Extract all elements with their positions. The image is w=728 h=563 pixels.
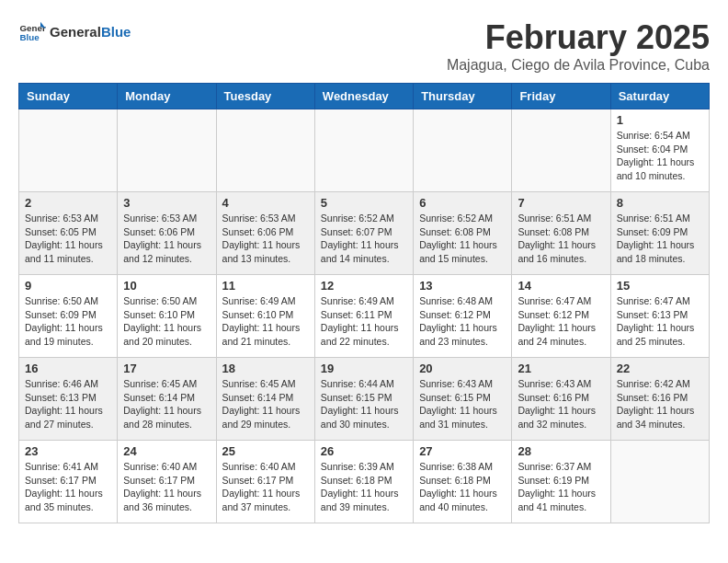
day-info: Sunrise: 6:47 AM Sunset: 6:13 PM Dayligh… bbox=[617, 294, 703, 349]
day-info: Sunrise: 6:53 AM Sunset: 6:05 PM Dayligh… bbox=[25, 212, 111, 266]
day-number: 9 bbox=[25, 279, 111, 293]
day-info: Sunrise: 6:51 AM Sunset: 6:08 PM Dayligh… bbox=[518, 212, 604, 266]
calendar-header-row: SundayMondayTuesdayWednesdayThursdayFrid… bbox=[19, 84, 710, 109]
day-info: Sunrise: 6:45 AM Sunset: 6:14 PM Dayligh… bbox=[222, 377, 309, 431]
day-number: 10 bbox=[123, 279, 210, 293]
calendar-cell: 10Sunrise: 6:50 AM Sunset: 6:10 PM Dayli… bbox=[118, 275, 216, 358]
day-info: Sunrise: 6:39 AM Sunset: 6:18 PM Dayligh… bbox=[321, 460, 407, 514]
day-number: 7 bbox=[518, 196, 604, 210]
weekday-header-saturday: Saturday bbox=[610, 84, 709, 109]
page-header: General Blue GeneralBlue February 2025 M… bbox=[18, 18, 710, 74]
calendar-cell: 26Sunrise: 6:39 AM Sunset: 6:18 PM Dayli… bbox=[314, 441, 413, 523]
day-number: 1 bbox=[617, 113, 703, 127]
calendar-cell: 11Sunrise: 6:49 AM Sunset: 6:10 PM Dayli… bbox=[216, 275, 314, 358]
calendar-cell: 3Sunrise: 6:53 AM Sunset: 6:06 PM Daylig… bbox=[118, 192, 216, 275]
day-info: Sunrise: 6:37 AM Sunset: 6:19 PM Dayligh… bbox=[518, 460, 604, 514]
calendar-cell bbox=[414, 109, 512, 192]
calendar-cell: 23Sunrise: 6:41 AM Sunset: 6:17 PM Dayli… bbox=[19, 441, 118, 523]
svg-text:Blue: Blue bbox=[20, 32, 40, 42]
calendar-cell: 13Sunrise: 6:48 AM Sunset: 6:12 PM Dayli… bbox=[414, 275, 512, 358]
day-number: 5 bbox=[321, 196, 407, 210]
calendar-week-2: 2Sunrise: 6:53 AM Sunset: 6:05 PM Daylig… bbox=[19, 192, 710, 275]
day-number: 11 bbox=[222, 279, 309, 293]
day-number: 26 bbox=[321, 444, 407, 458]
day-number: 24 bbox=[123, 444, 210, 458]
day-info: Sunrise: 6:43 AM Sunset: 6:16 PM Dayligh… bbox=[518, 377, 604, 431]
logo: General Blue GeneralBlue bbox=[18, 18, 131, 46]
calendar-cell: 4Sunrise: 6:53 AM Sunset: 6:06 PM Daylig… bbox=[216, 192, 314, 275]
day-info: Sunrise: 6:47 AM Sunset: 6:12 PM Dayligh… bbox=[518, 294, 604, 349]
weekday-header-monday: Monday bbox=[118, 84, 216, 109]
logo-icon: General Blue bbox=[18, 18, 46, 46]
calendar-cell bbox=[216, 109, 314, 192]
day-number: 17 bbox=[123, 362, 210, 375]
calendar-cell: 5Sunrise: 6:52 AM Sunset: 6:07 PM Daylig… bbox=[314, 192, 413, 275]
day-number: 3 bbox=[123, 196, 210, 210]
day-info: Sunrise: 6:45 AM Sunset: 6:14 PM Dayligh… bbox=[123, 377, 210, 431]
calendar-cell: 20Sunrise: 6:43 AM Sunset: 6:15 PM Dayli… bbox=[414, 358, 512, 441]
calendar-cell: 12Sunrise: 6:49 AM Sunset: 6:11 PM Dayli… bbox=[314, 275, 413, 358]
day-info: Sunrise: 6:52 AM Sunset: 6:07 PM Dayligh… bbox=[321, 212, 407, 266]
day-number: 19 bbox=[321, 362, 407, 375]
calendar-week-4: 16Sunrise: 6:46 AM Sunset: 6:13 PM Dayli… bbox=[19, 358, 710, 441]
day-info: Sunrise: 6:49 AM Sunset: 6:10 PM Dayligh… bbox=[222, 294, 309, 349]
day-info: Sunrise: 6:46 AM Sunset: 6:13 PM Dayligh… bbox=[25, 377, 111, 431]
calendar-cell: 17Sunrise: 6:45 AM Sunset: 6:14 PM Dayli… bbox=[118, 358, 216, 441]
day-number: 28 bbox=[518, 444, 604, 458]
day-info: Sunrise: 6:50 AM Sunset: 6:09 PM Dayligh… bbox=[25, 294, 111, 349]
day-number: 20 bbox=[419, 362, 506, 375]
day-number: 12 bbox=[321, 279, 407, 293]
weekday-header-tuesday: Tuesday bbox=[216, 84, 314, 109]
day-info: Sunrise: 6:43 AM Sunset: 6:15 PM Dayligh… bbox=[419, 377, 506, 431]
day-number: 18 bbox=[222, 362, 309, 375]
calendar-cell: 21Sunrise: 6:43 AM Sunset: 6:16 PM Dayli… bbox=[512, 358, 610, 441]
calendar-cell bbox=[512, 109, 610, 192]
calendar-cell: 14Sunrise: 6:47 AM Sunset: 6:12 PM Dayli… bbox=[512, 275, 610, 358]
day-number: 8 bbox=[617, 196, 703, 210]
calendar-week-3: 9Sunrise: 6:50 AM Sunset: 6:09 PM Daylig… bbox=[19, 275, 710, 358]
day-number: 14 bbox=[518, 279, 604, 293]
day-number: 6 bbox=[419, 196, 506, 210]
month-title: February 2025 bbox=[447, 18, 710, 57]
day-info: Sunrise: 6:44 AM Sunset: 6:15 PM Dayligh… bbox=[321, 377, 407, 431]
day-info: Sunrise: 6:40 AM Sunset: 6:17 PM Dayligh… bbox=[123, 460, 210, 514]
calendar-cell: 16Sunrise: 6:46 AM Sunset: 6:13 PM Dayli… bbox=[19, 358, 118, 441]
calendar-cell bbox=[610, 441, 709, 523]
day-info: Sunrise: 6:42 AM Sunset: 6:16 PM Dayligh… bbox=[617, 377, 703, 431]
calendar-week-5: 23Sunrise: 6:41 AM Sunset: 6:17 PM Dayli… bbox=[19, 441, 710, 523]
day-number: 22 bbox=[617, 362, 703, 375]
day-info: Sunrise: 6:51 AM Sunset: 6:09 PM Dayligh… bbox=[617, 212, 703, 266]
calendar-table: SundayMondayTuesdayWednesdayThursdayFrid… bbox=[18, 83, 710, 523]
day-info: Sunrise: 6:41 AM Sunset: 6:17 PM Dayligh… bbox=[25, 460, 111, 514]
calendar-cell: 8Sunrise: 6:51 AM Sunset: 6:09 PM Daylig… bbox=[610, 192, 709, 275]
day-number: 21 bbox=[518, 362, 604, 375]
calendar-cell: 18Sunrise: 6:45 AM Sunset: 6:14 PM Dayli… bbox=[216, 358, 314, 441]
calendar-cell: 1Sunrise: 6:54 AM Sunset: 6:04 PM Daylig… bbox=[610, 109, 709, 192]
day-info: Sunrise: 6:38 AM Sunset: 6:18 PM Dayligh… bbox=[419, 460, 506, 514]
day-number: 2 bbox=[25, 196, 111, 210]
day-number: 16 bbox=[25, 362, 111, 375]
weekday-header-thursday: Thursday bbox=[414, 84, 512, 109]
logo-blue: Blue bbox=[101, 24, 131, 40]
logo-general: General bbox=[50, 24, 101, 40]
calendar-week-1: 1Sunrise: 6:54 AM Sunset: 6:04 PM Daylig… bbox=[19, 109, 710, 192]
calendar-cell: 15Sunrise: 6:47 AM Sunset: 6:13 PM Dayli… bbox=[610, 275, 709, 358]
day-info: Sunrise: 6:54 AM Sunset: 6:04 PM Dayligh… bbox=[617, 129, 703, 183]
day-info: Sunrise: 6:53 AM Sunset: 6:06 PM Dayligh… bbox=[222, 212, 309, 266]
calendar-cell: 6Sunrise: 6:52 AM Sunset: 6:08 PM Daylig… bbox=[414, 192, 512, 275]
day-number: 25 bbox=[222, 444, 309, 458]
location-title: Majagua, Ciego de Avila Province, Cuba bbox=[447, 57, 710, 74]
day-info: Sunrise: 6:40 AM Sunset: 6:17 PM Dayligh… bbox=[222, 460, 309, 514]
day-info: Sunrise: 6:50 AM Sunset: 6:10 PM Dayligh… bbox=[123, 294, 210, 349]
calendar-cell: 2Sunrise: 6:53 AM Sunset: 6:05 PM Daylig… bbox=[19, 192, 118, 275]
day-info: Sunrise: 6:52 AM Sunset: 6:08 PM Dayligh… bbox=[419, 212, 506, 266]
day-number: 23 bbox=[25, 444, 111, 458]
day-info: Sunrise: 6:53 AM Sunset: 6:06 PM Dayligh… bbox=[123, 212, 210, 266]
calendar-cell bbox=[314, 109, 413, 192]
weekday-header-wednesday: Wednesday bbox=[314, 84, 413, 109]
calendar-cell bbox=[118, 109, 216, 192]
day-info: Sunrise: 6:49 AM Sunset: 6:11 PM Dayligh… bbox=[321, 294, 407, 349]
day-number: 4 bbox=[222, 196, 309, 210]
calendar-cell: 19Sunrise: 6:44 AM Sunset: 6:15 PM Dayli… bbox=[314, 358, 413, 441]
calendar-cell: 24Sunrise: 6:40 AM Sunset: 6:17 PM Dayli… bbox=[118, 441, 216, 523]
